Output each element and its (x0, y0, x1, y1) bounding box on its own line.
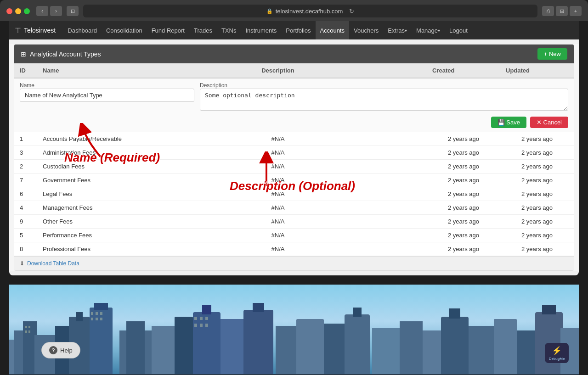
svg-rect-35 (25, 326, 27, 328)
cell-desc: #N/A (129, 229, 427, 242)
download-label[interactable]: Download Table Data (27, 260, 79, 267)
cell-name: Legal Fees (37, 187, 129, 201)
app-window: ⊤ Telosinvest Dashboard Consolidation Fu… (9, 21, 579, 275)
new-button[interactable]: + New (537, 48, 567, 60)
nav-logout[interactable]: Logout (445, 21, 472, 39)
svg-rect-32 (542, 305, 556, 314)
table-row[interactable]: 4 Management Fees #N/A 2 years ago 2 yea… (14, 201, 574, 215)
form-name-group: Name (20, 82, 194, 102)
cell-name: Performance Fees (37, 229, 129, 242)
svg-rect-44 (100, 318, 102, 320)
forward-button[interactable]: › (50, 6, 62, 16)
svg-rect-8 (94, 303, 108, 310)
panel-header: ⊞ Analytical Account Types + New (14, 45, 574, 63)
main-panel: ⊞ Analytical Account Types + New ID Name… (14, 44, 574, 271)
nav-portfolios[interactable]: Portfolios (281, 21, 315, 39)
svg-rect-26 (441, 317, 469, 375)
table-header-row: ID Name Description Created Updated (14, 63, 574, 78)
cell-updated: 2 years ago (500, 229, 574, 242)
table-row[interactable]: 1 Accounts Payable/Receivable #N/A 2 yea… (14, 132, 574, 146)
window-toggle-button[interactable]: ⊡ (67, 6, 79, 16)
cancel-button[interactable]: ✕ Cancel (530, 117, 568, 128)
cell-id: 8 (14, 242, 37, 256)
nav-manage[interactable]: Manage (412, 21, 445, 39)
nav-accounts[interactable]: Accounts (316, 21, 349, 39)
svg-rect-47 (205, 317, 208, 320)
svg-rect-18 (276, 326, 299, 375)
cell-desc: #N/A (129, 242, 427, 256)
table-row[interactable]: 6 Legal Fees #N/A 2 years ago 2 years ag… (14, 187, 574, 201)
nav-dashboard[interactable]: Dashboard (63, 21, 102, 39)
back-button[interactable]: ‹ (36, 6, 48, 16)
name-label: Name (20, 82, 194, 89)
brand[interactable]: ⊤ Telosinvest (15, 26, 56, 35)
svg-rect-20 (324, 324, 345, 375)
nav-fund-report[interactable]: Fund Report (147, 21, 189, 39)
traffic-lights (6, 8, 30, 14)
close-button[interactable] (6, 8, 12, 14)
table-row[interactable]: 2 Custodian Fees #N/A 2 years ago 2 year… (14, 160, 574, 174)
col-header-description: Description (129, 63, 427, 78)
table-row[interactable]: 5 Performance Fees #N/A 2 years ago 2 ye… (14, 229, 574, 242)
cell-id: 9 (14, 215, 37, 229)
cell-created: 2 years ago (427, 132, 500, 146)
cell-desc: #N/A (129, 201, 427, 215)
col-header-updated: Updated (500, 63, 574, 78)
svg-rect-50 (205, 324, 208, 327)
cell-updated: 2 years ago (500, 242, 574, 256)
svg-rect-14 (202, 305, 211, 314)
debugme-badge[interactable]: ⚡ DebugMe (545, 343, 569, 363)
desc-input[interactable]: Some optional description (200, 89, 568, 111)
cell-updated: 2 years ago (500, 146, 574, 160)
nav-txns[interactable]: TXNs (217, 21, 241, 39)
address-bar[interactable]: 🔒 telosinvest.decafhub.com ↻ (83, 5, 537, 17)
nav-vouchers[interactable]: Vouchers (349, 21, 383, 39)
svg-rect-41 (100, 312, 102, 315)
nav-consolidation[interactable]: Consolidation (102, 21, 147, 39)
svg-rect-43 (96, 318, 98, 320)
table-row[interactable]: 7 Government Fees #N/A 2 years ago 2 yea… (14, 174, 574, 187)
svg-rect-21 (345, 314, 370, 375)
help-icon: ? (49, 346, 57, 354)
svg-rect-40 (96, 312, 98, 315)
cell-updated: 2 years ago (500, 174, 574, 187)
form-desc-group: Description Some optional description (200, 82, 568, 112)
table-row[interactable]: 9 Other Fees #N/A 2 years ago 2 years ag… (14, 215, 574, 229)
panel-title-text: Analytical Account Types (30, 50, 101, 58)
cell-id: 5 (14, 229, 37, 242)
col-header-created: Created (427, 63, 500, 78)
svg-rect-6 (76, 312, 83, 321)
nav-instruments[interactable]: Instruments (241, 21, 281, 39)
help-label: Help (60, 347, 73, 354)
add-tab-button[interactable]: + (570, 6, 582, 16)
inline-form-row: Name Description Some optional descripti… (14, 78, 574, 132)
nav-trades[interactable]: Trades (189, 21, 217, 39)
cell-desc: #N/A (129, 146, 427, 160)
cell-name: Management Fees (37, 201, 129, 215)
refresh-icon[interactable]: ↻ (349, 8, 354, 15)
url-text: telosinvest.decafhub.com (276, 8, 343, 15)
svg-rect-48 (194, 324, 197, 327)
cell-desc: #N/A (129, 187, 427, 201)
nav-links: Dashboard Consolidation Fund Report Trad… (63, 21, 573, 39)
cell-created: 2 years ago (427, 146, 500, 160)
maximize-button[interactable] (24, 8, 30, 14)
svg-rect-12 (175, 317, 193, 375)
save-button[interactable]: 💾 Save (491, 117, 526, 128)
cell-updated: 2 years ago (500, 187, 574, 201)
table-row[interactable]: 3 Administration Fees #N/A 2 years ago 2… (14, 146, 574, 160)
table-body: Name Description Some optional descripti… (14, 78, 574, 256)
svg-rect-30 (517, 330, 537, 375)
help-button[interactable]: ? Help (41, 342, 80, 358)
share-button[interactable]: ⎙ (542, 6, 554, 16)
cell-name: Accounts Payable/Receivable (37, 132, 129, 146)
cell-desc: #N/A (129, 174, 427, 187)
duplicate-button[interactable]: ⊞ (556, 6, 568, 16)
cell-created: 2 years ago (427, 187, 500, 201)
cell-created: 2 years ago (427, 201, 500, 215)
minimize-button[interactable] (15, 8, 21, 14)
cell-desc: #N/A (129, 132, 427, 146)
table-row[interactable]: 8 Professional Fees #N/A 2 years ago 2 y… (14, 242, 574, 256)
nav-extras[interactable]: Extras (383, 21, 412, 39)
name-input[interactable] (20, 89, 194, 102)
